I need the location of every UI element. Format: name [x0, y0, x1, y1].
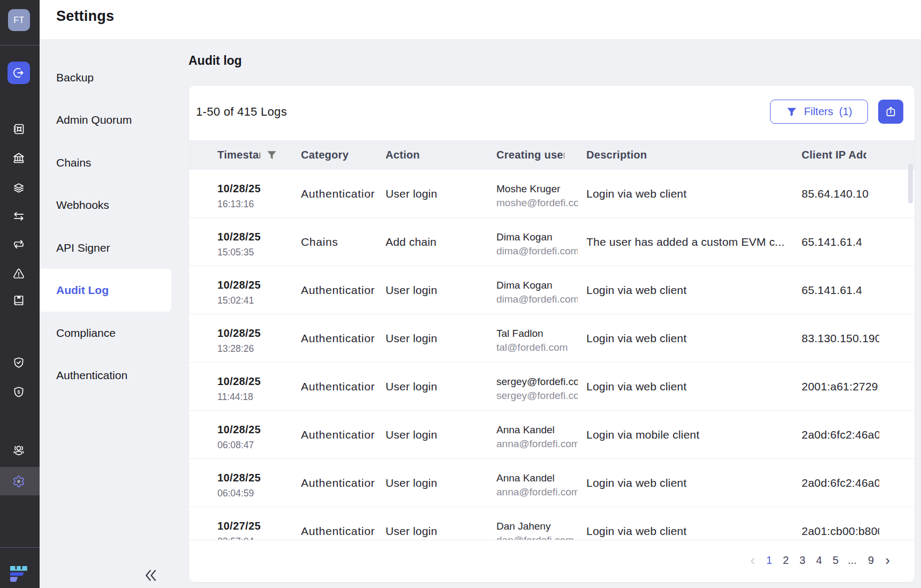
svg-text:$: $ — [17, 389, 20, 395]
